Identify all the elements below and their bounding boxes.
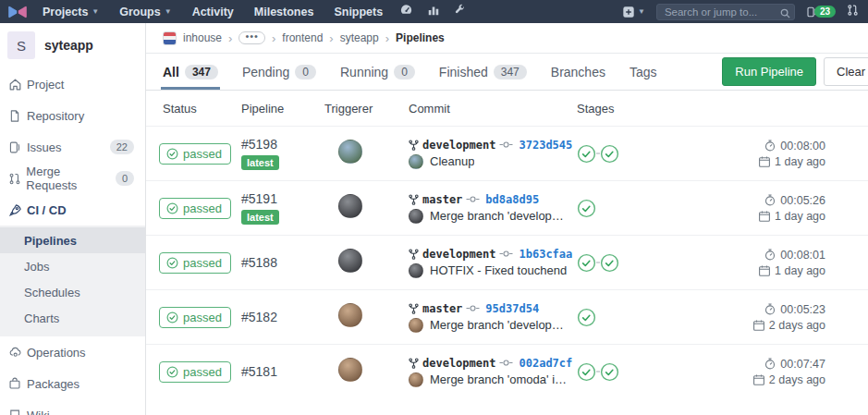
commit-message-link[interactable]: Merge branch 'omoda' int... — [430, 372, 570, 386]
sidebar-item-wiki[interactable]: Wiki — [0, 399, 145, 415]
project-header[interactable]: S syteapp — [0, 23, 145, 68]
branch-link[interactable]: master — [422, 302, 462, 315]
stage-passed-icon[interactable] — [577, 308, 596, 327]
sidebar-item-project[interactable]: Project — [0, 68, 145, 100]
pipeline-finished-ago: 2 days ago — [769, 319, 825, 332]
commit-message-link[interactable]: HOTFIX - Fixed touchend — [430, 263, 567, 277]
nav-link-activity[interactable]: Activity — [192, 6, 234, 18]
breadcrumb-link[interactable]: inhouse — [183, 31, 222, 44]
dashboard-gauge-icon[interactable] — [399, 3, 413, 20]
committer-avatar[interactable] — [409, 372, 423, 387]
branch-link[interactable]: development — [422, 139, 495, 152]
wrench-icon[interactable] — [454, 4, 466, 20]
sidebar-item-operations[interactable]: Operations — [0, 336, 145, 368]
new-item-dropdown[interactable]: ▼ — [622, 6, 645, 18]
pipeline-id-link[interactable]: #5188 — [241, 255, 324, 270]
committer-avatar[interactable] — [409, 318, 423, 333]
status-badge-passed[interactable]: passed — [159, 198, 231, 219]
calendar-icon — [753, 374, 764, 385]
breadcrumb-link[interactable]: frontend — [282, 31, 323, 44]
stage-passed-icon[interactable] — [600, 144, 619, 164]
breadcrumb-ellipsis-button[interactable]: ••• — [238, 31, 265, 44]
sidebar-subitem-schedules[interactable]: Schedules — [0, 279, 145, 305]
stage-passed-icon[interactable] — [577, 144, 596, 164]
stages-cell — [577, 199, 665, 218]
nav-link-groups[interactable]: Groups ▼ — [119, 6, 171, 18]
tab-all[interactable]: All 347 — [163, 54, 218, 90]
pipeline-row: passed #5182 master 95d37d54 Me — [146, 289, 868, 344]
stages-cell — [577, 308, 665, 327]
stage-passed-icon[interactable] — [577, 362, 596, 382]
tab-label: Tags — [630, 65, 657, 79]
triggerer-avatar[interactable] — [338, 358, 362, 382]
stage-passed-icon[interactable] — [577, 253, 596, 273]
tab-tags[interactable]: Tags — [630, 54, 657, 90]
pipeline-id-link[interactable]: #5182 — [241, 310, 324, 324]
commit-sha-link[interactable]: 3723d545 — [519, 139, 572, 152]
status-badge-passed[interactable]: passed — [159, 143, 231, 165]
sidebar-item-packages[interactable]: Packages — [0, 368, 145, 399]
stage-passed-icon[interactable] — [600, 362, 619, 382]
branch-link[interactable]: master — [422, 193, 462, 206]
branch-link[interactable]: development — [422, 248, 495, 261]
nav-issues-button[interactable]: 23 — [806, 6, 836, 18]
sidebar-item-issues[interactable]: Issues 22 — [0, 131, 145, 163]
nav-link-snippets[interactable]: Snippets — [334, 6, 383, 18]
commit-sha-link[interactable]: 1b63cfaa — [519, 248, 572, 261]
tab-pending[interactable]: Pending 0 — [242, 54, 316, 90]
sidebar-count-badge: 0 — [116, 171, 134, 186]
status-badge-passed[interactable]: passed — [159, 361, 231, 383]
triggerer-avatar[interactable] — [338, 303, 362, 327]
committer-avatar[interactable] — [409, 154, 423, 169]
status-badge-passed[interactable]: passed — [159, 252, 231, 274]
sidebar-item-ci-cd[interactable]: CI / CD — [0, 194, 145, 226]
clear-runner-caches-button[interactable]: Clear R — [824, 57, 868, 86]
commit-message-link[interactable]: Cleanup — [430, 154, 474, 168]
sidebar-item-merge-requests[interactable]: Merge Requests 0 — [0, 163, 145, 194]
tab-finished[interactable]: Finished 347 — [439, 54, 527, 90]
sidebar-item-repository[interactable]: Repository — [0, 100, 145, 131]
breadcrumb-link[interactable]: syteapp — [340, 31, 379, 44]
breadcrumb-link: Pipelines — [396, 31, 445, 44]
sidebar-subitem-pipelines[interactable]: Pipelines — [0, 227, 145, 253]
stage-passed-icon[interactable] — [600, 253, 619, 273]
sidebar-item-label: Operations — [27, 346, 86, 360]
nav-link-projects[interactable]: Projects ▼ — [43, 6, 99, 18]
committer-avatar[interactable] — [409, 209, 423, 224]
commit-icon — [499, 359, 513, 367]
commit-message-link[interactable]: Merge branch 'developme... — [430, 318, 570, 332]
search-icon[interactable] — [780, 6, 790, 22]
column-header-pipeline: Pipeline — [241, 102, 324, 116]
tab-running[interactable]: Running 0 — [340, 54, 415, 90]
triggerer-avatar[interactable] — [338, 140, 362, 164]
run-pipeline-button[interactable]: Run Pipeline — [722, 57, 816, 86]
sidebar-subitem-charts[interactable]: Charts — [0, 305, 145, 331]
stage-passed-icon[interactable] — [577, 199, 596, 218]
triggerer-avatar[interactable] — [338, 249, 362, 273]
group-avatar-icon[interactable] — [163, 31, 177, 45]
nav-merge-requests-button[interactable] — [847, 4, 859, 20]
pipeline-id-link[interactable]: #5191 — [241, 191, 324, 206]
committer-avatar[interactable] — [409, 263, 423, 278]
search-input[interactable] — [656, 4, 795, 20]
commit-message-link[interactable]: Merge branch 'developme... — [430, 209, 570, 223]
sidebar-subitem-jobs[interactable]: Jobs — [0, 253, 145, 279]
commit-sha-link[interactable]: 002ad7cf — [519, 357, 572, 370]
chart-icon[interactable] — [427, 4, 440, 20]
branch-icon — [409, 249, 419, 260]
nav-link-milestones[interactable]: Milestones — [254, 6, 314, 18]
commit-sha-link[interactable]: bd8a8d95 — [485, 193, 539, 206]
app-logo-icon[interactable] — [7, 5, 28, 19]
nav-icon-group — [399, 3, 466, 20]
tab-branches[interactable]: Branches — [551, 54, 605, 90]
sidebar-subitem-label: Pipelines — [24, 234, 77, 248]
pipeline-id-link[interactable]: #5181 — [241, 364, 324, 379]
triggerer-avatar[interactable] — [338, 194, 362, 218]
branch-link[interactable]: development — [422, 357, 495, 370]
rocket-icon — [7, 202, 22, 217]
pipeline-id-link[interactable]: #5198 — [241, 137, 324, 152]
status-badge-passed[interactable]: passed — [159, 307, 231, 328]
main-content: inhouse › ••• › frontend › syteapp › Pip… — [146, 23, 868, 415]
book-icon — [7, 408, 22, 415]
commit-sha-link[interactable]: 95d37d54 — [485, 302, 539, 315]
